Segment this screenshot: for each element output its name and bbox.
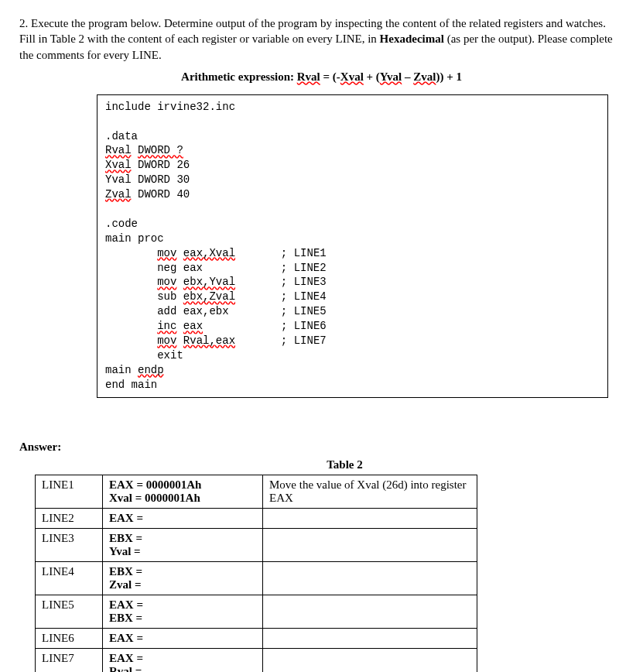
table-row: LINE6 EAX = [36,628,477,648]
regs-cell: EAX = [103,508,263,528]
regs-cell: EBX = Zval = [103,561,263,595]
code-exit: exit [105,349,183,362]
code-main-proc: main proc [105,232,164,245]
arith-p2: = (- [320,70,340,83]
code-l7-e: ; LINE7 [235,334,327,347]
code-l7-c [176,334,183,347]
regs-cell: EAX = 0000001Ah Xval = 0000001Ah [103,475,263,508]
code-l7-d: Rval,eax [183,334,235,347]
comment-cell [263,595,477,628]
line-label: LINE1 [36,475,103,508]
code-data-hdr: .data [105,130,138,142]
code-l6-a [105,320,157,332]
code-l4-b: ebx,Zval [183,290,235,303]
comment-cell [263,648,477,672]
table-title: Table 2 [66,458,624,471]
line-label: LINE7 [36,648,103,672]
code-l3-c [176,276,183,288]
code-l6-e: ; LINE6 [203,320,327,332]
arith-p4: + ( [364,70,380,83]
comment-cell [263,508,477,528]
regs-cell: EAX = Rval = [103,648,263,672]
line-label: LINE6 [36,628,103,648]
code-l6-c [176,320,183,332]
code-include: include irvine32.inc [105,101,235,113]
table-row: LINE4 EBX = Zval = [36,561,477,595]
code-l3-a [105,276,157,288]
line-label: LINE5 [36,595,103,628]
prompt-text-hex: Hexadecimal [380,33,444,45]
question-number: 2. [19,17,28,29]
code-l1-a [105,247,157,259]
code-end-main: end main [105,379,157,391]
table-row: LINE2 EAX = [36,508,477,528]
regs-cell: EAX = [103,628,263,648]
regs-cell: EBX = Yval = [103,528,263,561]
code-l1-d: eax,Xval [183,247,235,259]
code-l6-d: eax [183,320,203,332]
code-l7-b: mov [157,334,176,347]
arith-label: Arithmetic expression: [181,70,297,83]
line-label: LINE4 [36,561,103,595]
arith-rval: Rval [297,70,320,83]
arith-zval: Zval [413,70,436,83]
line-label: LINE3 [36,528,103,561]
code-l4-c: ; LINE4 [235,290,327,303]
code-xval-b: DWORD 26 [132,159,190,171]
arith-xval: Xval [340,70,364,83]
code-l1-b: mov [157,247,176,259]
code-rval-b [132,144,138,156]
arith-yval: Yval [380,70,402,83]
code-l7-a [105,334,157,347]
code-l1-e: ; LINE1 [235,247,327,259]
code-l3-d: ebx,Yval [183,276,235,288]
code-listing: include irvine32.inc .data Rval DWORD ? … [97,94,608,398]
table-row: LINE5 EAX = EBX = [36,595,477,628]
code-yval: Yval DWORD 30 [105,173,190,186]
code-l4-a: sub [105,290,183,303]
answer-table: LINE1 EAX = 0000001Ah Xval = 0000001Ah M… [35,475,477,672]
code-l3-e: ; LINE3 [235,276,327,288]
arith-p8: )) + 1 [436,70,462,83]
table-row: LINE1 EAX = 0000001Ah Xval = 0000001Ah M… [36,475,477,508]
comment-cell: Move the value of Xval (26d) into regist… [263,475,477,508]
code-rval-a: Rval [105,144,132,156]
question-prompt: 2. Execute the program below. Determine … [19,15,624,63]
code-l1-c [176,247,183,259]
answer-label: Answer: [19,441,624,454]
code-code-hdr: .code [105,218,138,230]
code-l5: add eax,ebx ; LINE5 [105,305,327,317]
arith-p6: – [402,70,413,83]
code-endp-b: endp [138,364,164,376]
code-rval-c: DWORD ? [138,144,183,156]
code-zval-b: DWORD 40 [132,188,190,201]
code-endp-a: main [105,364,138,376]
table-row: LINE7 EAX = Rval = [36,648,477,672]
code-l6-b: inc [157,320,176,332]
comment-cell [263,561,477,595]
code-l3-b: mov [157,276,176,288]
arithmetic-expression: Arithmetic expression: Rval = (-Xval + (… [19,70,624,84]
code-xval-a: Xval [105,159,132,171]
comment-cell [263,628,477,648]
line-label: LINE2 [36,508,103,528]
regs-cell: EAX = EBX = [103,595,263,628]
code-zval-a: Zval [105,188,132,201]
comment-cell [263,528,477,561]
table-row: LINE3 EBX = Yval = [36,528,477,561]
code-l2: neg eax ; LINE2 [105,262,327,274]
